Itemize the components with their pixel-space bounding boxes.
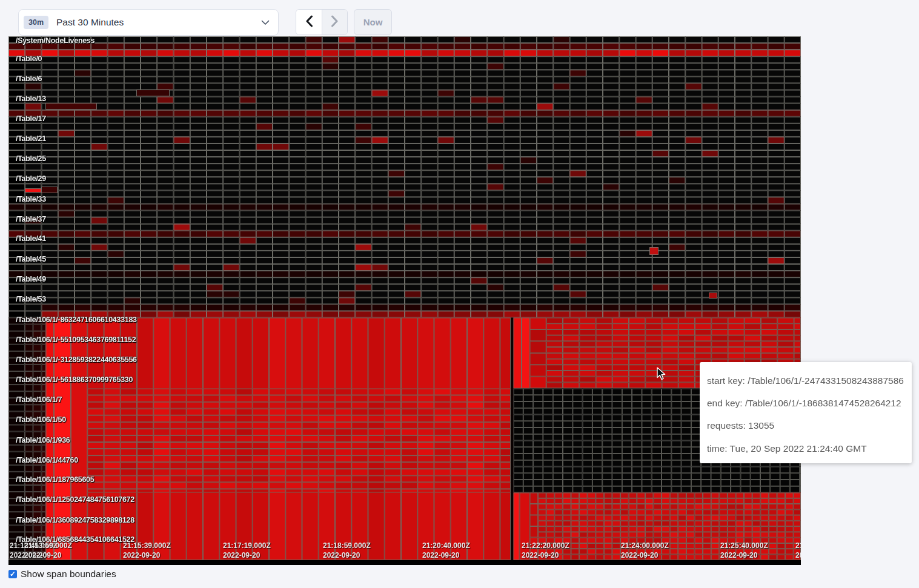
time-tick-label: 21:20:40.000Z2022-09-20 bbox=[422, 541, 470, 560]
chevron-left-icon bbox=[305, 15, 313, 29]
row-label: /Table/29 bbox=[16, 174, 46, 183]
mouse-cursor-icon bbox=[656, 367, 668, 383]
row-label: /Table/106/1/-561886370999765330 bbox=[16, 375, 133, 384]
key-visualizer-chart[interactable]: /System/NodeLiveness/Table/0/Table/6/Tab… bbox=[8, 36, 801, 565]
row-label: /Table/106/1/50 bbox=[16, 415, 66, 424]
chevron-right-icon bbox=[331, 15, 339, 29]
row-label: /Table/33 bbox=[16, 195, 46, 203]
time-window-dropdown[interactable]: 30m Past 30 Minutes bbox=[18, 9, 279, 36]
tooltip: start key: /Table/106/1/-247433150824388… bbox=[700, 362, 912, 463]
row-label: /Table/106/1/-3128593822440635556 bbox=[16, 355, 137, 364]
chevron-down-icon bbox=[261, 17, 270, 28]
row-label: /Table/106/1/-8632471606610433183 bbox=[16, 315, 137, 324]
time-tick-label: 21:27:20.000Z2022-09-20 bbox=[795, 541, 801, 560]
row-label: /Table/25 bbox=[16, 154, 46, 163]
row-label: /Table/106/1/-5510953463769811152 bbox=[16, 335, 136, 344]
time-tick-label: 21:18:59.000Z2022-09-20 bbox=[323, 541, 371, 560]
time-tick-label: 21:22:20.000Z2022-09-20 bbox=[522, 541, 569, 560]
row-label: /Table/106/1/3608924758329898128 bbox=[16, 516, 134, 524]
time-window-badge: 30m bbox=[24, 16, 48, 29]
time-tick-label: 21:13:59.000Z2022-09-20 bbox=[24, 541, 72, 560]
key-visualizer-page: { "toolbar": { "badge": "30m", "time_win… bbox=[0, 0, 919, 588]
time-tick-label: 21:17:19.000Z2022-09-20 bbox=[223, 541, 271, 560]
row-label: /Table/106/1/7 bbox=[16, 395, 62, 404]
time-nav-button-group bbox=[296, 9, 348, 35]
row-label: /Table/45 bbox=[16, 255, 46, 263]
row-label: /Table/21 bbox=[16, 134, 46, 143]
time-tick-label: 21:24:00.000Z2022-09-20 bbox=[621, 541, 669, 560]
show-span-boundaries-row[interactable]: ✓ Show span boundaries bbox=[8, 569, 116, 580]
row-label: /Table/0 bbox=[16, 55, 42, 63]
time-tick-label: 21:25:40.000Z2022-09-20 bbox=[720, 541, 768, 560]
now-button[interactable]: Now bbox=[354, 9, 392, 35]
time-tick-label: 21:15:39.000Z2022-09-20 bbox=[123, 541, 171, 560]
row-label: /System/NodeLiveness bbox=[16, 36, 95, 45]
tooltip-end-key: end key: /Table/106/1/-18683814745282642… bbox=[707, 392, 906, 414]
row-label: /Table/41 bbox=[16, 234, 46, 243]
tooltip-start-key: start key: /Table/106/1/-247433150824388… bbox=[707, 369, 906, 392]
row-label: /Table/13 bbox=[16, 94, 46, 103]
row-label: /Table/106/1/44760 bbox=[16, 456, 78, 464]
row-label: /Table/53 bbox=[16, 295, 46, 303]
checkbox-label: Show span boundaries bbox=[21, 569, 116, 580]
row-label: /Table/49 bbox=[16, 275, 46, 283]
tooltip-time: time: Tue, 20 Sep 2022 21:24:40 GMT bbox=[707, 437, 906, 460]
row-label: /Table/106/1/187965605 bbox=[16, 475, 94, 484]
checkbox-checked-icon[interactable]: ✓ bbox=[8, 570, 17, 578]
row-label: /Table/106/1/1250247484756107672 bbox=[16, 495, 134, 504]
row-label: /Table/37 bbox=[16, 215, 46, 223]
row-label: /Table/17 bbox=[16, 114, 46, 123]
row-label: /Table/106/1/936 bbox=[16, 436, 70, 444]
tooltip-requests: requests: 13055 bbox=[707, 414, 906, 437]
next-time-button[interactable] bbox=[322, 10, 347, 35]
prev-time-button[interactable] bbox=[296, 10, 322, 35]
row-label: /Table/6 bbox=[16, 74, 42, 83]
heatmap-canvas[interactable] bbox=[8, 36, 801, 565]
time-window-label: Past 30 Minutes bbox=[56, 17, 261, 28]
